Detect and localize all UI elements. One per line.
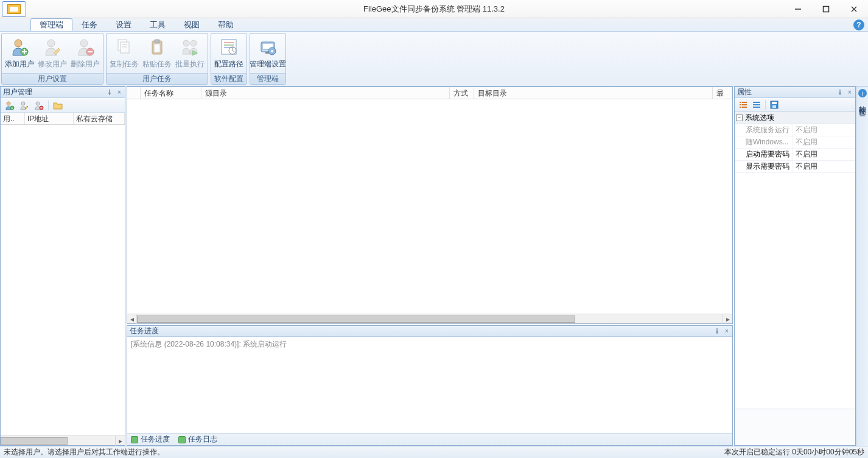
categorized-icon[interactable] [738, 100, 748, 110]
user-delete-icon [75, 37, 95, 57]
user-edit-icon[interactable] [19, 100, 30, 111]
ribbon-group-2: 配置路径软件配置 [211, 33, 247, 85]
property-row[interactable]: 启动需要密码不启用 [735, 149, 855, 161]
menu-tab-0[interactable]: 管理端 [30, 18, 72, 31]
properties-grid: − 系统选项 系统服务运行不启用随Windows...不启用启动需要密码不启用显… [735, 111, 855, 409]
task-col-mode[interactable]: 方式 [450, 87, 474, 99]
ribbon-btn-config-path[interactable]: 配置路径 [212, 36, 245, 71]
property-key: 显示需要密码 [735, 161, 793, 172]
panel-close-icon[interactable]: × [115, 88, 124, 96]
ribbon-btn-label: 粘贴任务 [142, 59, 172, 69]
title-bar: FileGee文件同步备份系统 管理端 11.3.2 [0, 0, 868, 18]
ribbon-btn-user-edit: 修改用户 [36, 36, 69, 71]
user-toolbar: + [1, 98, 125, 113]
panel-pin-icon[interactable] [105, 88, 114, 96]
maximize-button[interactable] [812, 0, 840, 18]
ribbon-btn-copy: 复制任务 [108, 36, 141, 71]
ribbon-btn-label: 管理端设置 [250, 59, 286, 69]
status-bar: 未选择用户。请选择用户后对其工作端进行操作。 本次开启已稳定运行 0天00小时0… [0, 446, 868, 458]
menu-tab-5[interactable]: 帮助 [209, 18, 243, 31]
task-col-source[interactable]: 源目录 [201, 87, 450, 99]
ribbon-btn-label: 删除用户 [71, 59, 100, 69]
ribbon-btn-user-add[interactable]: 添加用户 [3, 36, 36, 71]
folder-icon[interactable] [52, 100, 63, 111]
user-col-name[interactable]: 用.. [1, 113, 25, 124]
property-value[interactable]: 不启用 [793, 161, 855, 172]
svg-rect-18 [154, 44, 160, 52]
svg-rect-43 [740, 107, 741, 108]
menu-tab-4[interactable]: 视图 [175, 18, 209, 31]
ribbon-group-3: 管理端设置管理端 [250, 33, 286, 85]
properties-description [735, 409, 855, 445]
svg-rect-46 [753, 104, 760, 105]
minimize-button[interactable] [784, 0, 812, 18]
menu-tab-3[interactable]: 工具 [141, 18, 175, 31]
svg-point-36 [36, 102, 40, 105]
help-icon[interactable]: ? [853, 19, 864, 30]
task-col-name[interactable]: 任务名称 [141, 87, 201, 99]
task-col-last[interactable]: 最 [713, 87, 732, 99]
user-col-storage[interactable]: 私有云存储 [74, 113, 125, 124]
user-col-ip[interactable]: IP地址 [25, 113, 74, 124]
ribbon-btn-label: 配置路径 [214, 59, 243, 69]
paste-icon [147, 37, 167, 57]
alphabetical-icon[interactable] [752, 100, 761, 110]
progress-tab-bar: 任务进度 任务日志 [127, 433, 732, 445]
svg-rect-13 [121, 42, 129, 53]
user-delete-icon[interactable] [33, 100, 44, 111]
app-menu-icon[interactable] [2, 1, 26, 17]
panel-pin-icon[interactable] [713, 326, 721, 335]
task-list-hscroll[interactable]: ◂▸ [127, 314, 732, 323]
property-row[interactable]: 显示需要密码不启用 [735, 161, 855, 173]
property-value: 不启用 [793, 124, 855, 136]
ribbon-group-1: 复制任务粘贴任务批量执行用户任务 [106, 33, 208, 85]
svg-point-35 [21, 102, 25, 105]
property-key: 系统服务运行 [735, 124, 793, 136]
ribbon-btn-label: 添加用户 [5, 59, 34, 69]
property-key: 随Windows... [735, 136, 793, 148]
properties-title: 属性 [737, 87, 752, 97]
user-management-title: 用户管理 [3, 87, 32, 97]
close-button[interactable] [840, 0, 868, 18]
user-list-header: 用.. IP地址 私有云存储 [1, 113, 125, 125]
menu-tab-1[interactable]: 任务 [72, 18, 107, 31]
user-list-body [1, 125, 125, 435]
panel-pin-icon[interactable] [836, 88, 844, 96]
ribbon-btn-batch-run: 批量执行 [173, 36, 206, 71]
mgmt-settings-icon [258, 37, 278, 57]
user-management-panel: 用户管理 × + 用.. IP地址 私有云存储 ▸ [0, 86, 125, 446]
ribbon-group-title: 管理端 [250, 73, 285, 84]
property-value: 不启用 [793, 136, 855, 148]
property-value[interactable]: 不启用 [793, 149, 855, 160]
properties-category[interactable]: − 系统选项 [735, 111, 855, 124]
svg-point-4 [15, 40, 22, 47]
svg-rect-44 [742, 107, 747, 108]
svg-rect-42 [742, 104, 747, 105]
task-progress-body: [系统信息 (2022-08-26 10:08:34)]: 系统启动运行 [127, 337, 732, 433]
task-progress-title: 任务进度 [130, 326, 159, 336]
svg-rect-1 [824, 7, 829, 12]
ribbon-btn-label: 批量执行 [175, 59, 205, 69]
svg-rect-49 [772, 102, 777, 104]
status-left: 未选择用户。请选择用户后对其工作端进行操作。 [4, 447, 164, 457]
properties-panel: 属性 × − 系统选项 系统服务运行不启用随Windows...不启用启动需要密… [734, 86, 856, 446]
ribbon-btn-label: 修改用户 [38, 59, 67, 69]
tab-task-log[interactable]: 任务日志 [178, 434, 217, 445]
user-list-hscroll[interactable]: ▸ [1, 435, 125, 445]
menu-tab-2[interactable]: 设置 [107, 18, 141, 31]
task-col-target[interactable]: 目标目录 [474, 87, 713, 99]
user-add-icon[interactable]: + [4, 100, 15, 111]
svg-text:+: + [12, 106, 13, 110]
svg-point-20 [191, 40, 197, 46]
save-icon[interactable] [769, 100, 779, 110]
side-tab-software-config[interactable]: i 软件配置 [856, 86, 868, 446]
panel-close-icon[interactable]: × [845, 88, 854, 96]
task-list-header: 任务名称 源目录 方式 目标目录 最 [127, 87, 732, 99]
batch-run-icon [180, 37, 200, 57]
ribbon-btn-mgmt-settings[interactable]: 管理端设置 [251, 36, 284, 71]
task-list-body [127, 99, 732, 314]
tab-task-progress[interactable]: 任务进度 [131, 434, 170, 445]
panel-close-icon[interactable]: × [723, 326, 731, 335]
collapse-icon[interactable]: − [736, 114, 743, 121]
properties-toolbar [735, 98, 855, 111]
